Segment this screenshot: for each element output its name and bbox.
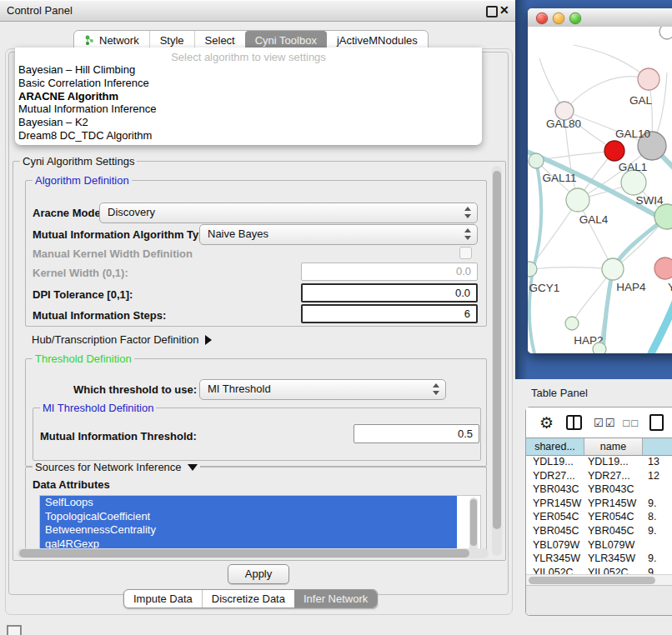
window-close-icon[interactable] [536,12,548,24]
table-panel-area: Table Panel ⚙ ☑☑ □□ shared...name YDL19.… [515,379,672,635]
unchecked-boxes-icon[interactable]: □□ [623,417,639,429]
table-row[interactable]: YIL052C YIL052C 9 [526,567,672,574]
table-hscrollbar-thumb[interactable] [529,577,655,584]
checked-boxes-icon[interactable]: ☑☑ [594,417,616,429]
settings-hscrollbar[interactable] [17,548,489,558]
network-node[interactable] [593,342,606,353]
manual-kernel-checkbox[interactable] [459,247,472,259]
mi-threshold-field[interactable]: 0.5 [354,424,479,443]
network-node[interactable] [566,188,589,212]
threshold-definition-title: Threshold Definition [33,352,134,365]
table-cell: 9. [648,525,672,539]
table-row[interactable]: YBL079W YBL079W [526,539,672,553]
network-node[interactable] [659,27,672,39]
dropdown-item[interactable]: Bayesian – Hill Climbing [15,63,482,77]
attributes-scrollbar[interactable] [469,498,478,551]
network-window[interactable]: GALGAL80GAL10GAL1GAL11SWI4GAL4GCY1HAP4YH… [528,8,672,353]
network-node[interactable] [654,258,672,279]
dropdown-item[interactable]: Dream8 DC_TDC Algorithm [15,129,482,142]
which-threshold-combo[interactable]: MI Threshold [199,379,446,400]
kernel-width-field[interactable]: 0.0 [301,262,478,281]
dropdown-item[interactable]: Mutual Information Inference [15,102,482,116]
bottom-tab[interactable]: Discretize Data [202,590,294,608]
network-node[interactable] [565,317,579,330]
network-node[interactable] [638,68,659,90]
mi-threshold-group: MI Threshold Definition Mutual Informati… [33,408,481,461]
collapse-arrow-icon[interactable] [188,464,198,471]
table-cell: YPR145W [588,498,648,512]
attribute-list-item[interactable]: SelfLoops [40,496,457,510]
network-node-label: GAL80 [546,118,581,130]
table-column-header[interactable] [643,438,672,455]
table-row[interactable]: YER054C YER054C 8. [526,511,672,525]
tab-label: jActiveMNodules [337,34,418,47]
dropdown-item[interactable]: Basic Correlation Inference [15,77,482,90]
window-zoom-icon[interactable] [569,12,581,24]
stepper-arrows-icon [464,228,472,240]
kernel-width-label: Kernel Width (0,1): [33,267,128,279]
network-node[interactable] [621,170,646,195]
bottom-tab[interactable]: Impute Data [124,590,202,608]
table-column-header[interactable]: name [584,438,643,455]
maximize-icon[interactable] [486,6,498,18]
settings-scrollbar-thumb[interactable] [493,171,501,529]
table-row[interactable]: YLR345W YLR345W 9. [526,552,672,567]
mi-threshold-label: Mutual Information Threshold: [40,430,197,442]
network-node[interactable] [602,258,624,280]
attribute-list-item[interactable]: TopologicalCoefficient [40,510,457,524]
aracne-mode-value: Discovery [108,206,155,218]
expand-arrow-icon[interactable] [205,335,212,345]
table-cell: YBR043C [588,483,648,498]
table-rows: YDL19... YDL19... 13 YDR27... YDR27... 1… [526,456,672,574]
collapsed-panel-icon[interactable] [7,625,22,635]
attributes-scrollbar-thumb[interactable] [470,499,477,546]
table-column-header[interactable]: shared... [526,438,584,455]
dpi-tolerance-field[interactable]: 0.0 [301,283,478,302]
window-minimize-icon[interactable] [553,12,564,24]
table-cell: YLR345W [588,552,648,567]
table-cell: YDR27... [588,470,648,484]
mi-type-combo[interactable]: Naive Bayes [199,224,478,245]
network-canvas[interactable]: GALGAL80GAL10GAL1GAL11SWI4GAL4GCY1HAP4YH… [528,27,672,353]
table-cell: YER054C [588,511,648,525]
aracne-mode-combo[interactable]: Discovery [99,202,478,223]
table-cell: 9. [648,498,672,512]
table-cell: YBL079W [588,539,648,553]
table-cell: YDR27... [526,470,588,484]
table-cell [648,483,672,498]
table-cell: 9. [648,552,672,567]
network-edge [651,293,672,353]
network-node[interactable] [604,141,624,161]
apply-button[interactable]: Apply [228,564,289,584]
hub-definition-row[interactable]: Hub/Transcription Factor Definition [32,333,212,346]
attribute-list-item[interactable]: BetweennessCentrality [40,523,457,538]
table-cell: YIL052C [526,567,588,574]
mi-steps-field[interactable]: 6 [301,304,478,323]
dropdown-item[interactable]: ARACNE Algorithm [15,90,482,103]
document-icon[interactable] [649,414,664,431]
table-hscrollbar[interactable] [526,574,672,586]
algorithm-definition-group: Algorithm Definition Aracne Mode: Discov… [25,180,487,327]
columns-icon[interactable] [566,415,582,430]
dropdown-item[interactable]: Bayesian – K2 [15,116,482,129]
settings-hscrollbar-thumb[interactable] [19,549,469,558]
table-row[interactable]: YDL19... YDL19... 13 [526,456,672,470]
table-cell: YPR145W [526,498,588,512]
network-node[interactable] [529,153,544,168]
tab-label: Select [205,34,235,47]
network-node-label: GAL4 [579,213,609,226]
gear-icon[interactable]: ⚙ [539,415,554,431]
network-node-label: GAL11 [542,172,576,184]
table-row[interactable]: YBR043C YBR043C [526,483,672,498]
close-icon[interactable]: ✕ [499,3,509,17]
table-row[interactable]: YPR145W YPR145W 9. [526,498,672,512]
cyni-algorithm-settings-group: Cyni Algorithm Settings Algorithm Defini… [13,161,506,561]
network-window-titlebar [528,8,672,28]
table-row[interactable]: YBR045C YBR045C 9. [526,525,672,539]
which-threshold-value: MI Threshold [208,382,271,395]
table-row[interactable]: YDR27... YDR27... 12 [526,470,672,484]
network-node-label: GAL [629,94,653,107]
dropdown-items: Bayesian – Hill ClimbingBasic Correlatio… [15,63,482,142]
bottom-tab[interactable]: Infer Network [294,590,377,608]
settings-scrollbar[interactable] [492,166,502,556]
